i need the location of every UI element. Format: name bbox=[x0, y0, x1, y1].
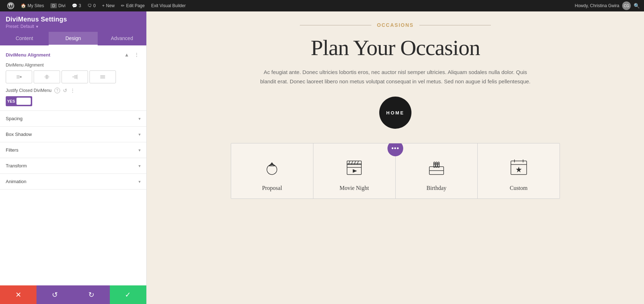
alignment-section-header: DiviMenu Alignment ▲ ⋮ bbox=[6, 51, 141, 58]
spacing-section: Spacing ▾ bbox=[0, 111, 146, 127]
justify-reset-icon[interactable]: ↺ bbox=[63, 88, 67, 93]
exit-visual-builder-item[interactable]: Exit Visual Builder bbox=[148, 0, 189, 11]
toggle-switch-row: YES bbox=[6, 96, 141, 106]
panel-bottom: ✕ ↺ ↻ ✓ bbox=[0, 285, 146, 304]
svg-marker-44 bbox=[516, 167, 522, 172]
birthday-label: Birthday bbox=[426, 185, 447, 191]
toggle-yes-label: YES bbox=[7, 99, 15, 103]
canvas-content: OCCASIONS Plan Your Occasion Ac feugiat … bbox=[147, 11, 644, 304]
justify-more-icon[interactable]: ⋮ bbox=[70, 88, 75, 93]
occasions-header: OCCASIONS bbox=[300, 22, 491, 28]
comments-item[interactable]: 💬 3 bbox=[69, 0, 84, 11]
animation-section: Animation ▾ bbox=[0, 174, 146, 190]
main-area: DiviMenus Settings Preset: Default ▼ Con… bbox=[0, 11, 644, 304]
alignment-group: DiviMenu Alignment bbox=[6, 63, 141, 83]
svg-rect-24 bbox=[347, 164, 361, 175]
animation-title: Animation bbox=[6, 179, 26, 184]
panel-preset: Preset: Default ▼ bbox=[6, 24, 141, 29]
filters-chevron: ▾ bbox=[138, 148, 141, 153]
section-controls: ▲ ⋮ bbox=[123, 51, 141, 58]
settings-panel: DiviMenus Settings Preset: Default ▼ Con… bbox=[0, 11, 147, 304]
alignment-label: DiviMenu Alignment bbox=[6, 63, 141, 68]
cards-row: Proposal bbox=[231, 143, 560, 199]
justify-closed-label: Justify Closed DiviMenu bbox=[6, 88, 52, 93]
occasions-text: OCCASIONS bbox=[377, 22, 414, 28]
tab-advanced[interactable]: Advanced bbox=[98, 32, 146, 45]
card-custom[interactable]: Custom bbox=[478, 143, 560, 198]
justify-closed-row: Justify Closed DiviMenu ? ↺ ⋮ bbox=[6, 88, 141, 93]
tab-content[interactable]: Content bbox=[0, 32, 49, 45]
movie-night-icon bbox=[342, 154, 367, 179]
panel-title: DiviMenus Settings bbox=[6, 16, 141, 23]
transform-title: Transform bbox=[6, 163, 27, 168]
tab-design[interactable]: Design bbox=[49, 32, 97, 45]
panel-header: DiviMenus Settings Preset: Default ▼ bbox=[0, 11, 146, 32]
preset-chevron: ▼ bbox=[35, 25, 39, 29]
my-sites-item[interactable]: 🏠 My Sites bbox=[18, 0, 47, 11]
section-collapse-icon[interactable]: ▲ bbox=[123, 51, 131, 58]
undo-button[interactable]: ↺ bbox=[36, 285, 73, 304]
box-shadow-chevron: ▾ bbox=[138, 132, 141, 137]
animation-chevron: ▾ bbox=[138, 179, 141, 184]
box-shadow-header[interactable]: Box Shadow ▾ bbox=[0, 127, 146, 142]
new-item[interactable]: + New bbox=[99, 0, 117, 11]
wp-logo-item[interactable] bbox=[4, 0, 17, 11]
alignment-options bbox=[6, 70, 141, 83]
section-more-icon[interactable]: ⋮ bbox=[133, 51, 141, 58]
card-movie-night[interactable]: Movie Night bbox=[313, 143, 396, 198]
home-circle[interactable]: HOME bbox=[379, 97, 411, 129]
transform-header[interactable]: Transform ▾ bbox=[0, 158, 146, 173]
search-icon[interactable]: 🔍 bbox=[634, 3, 640, 9]
svg-marker-31 bbox=[353, 169, 357, 173]
edit-icon: ✏ bbox=[121, 3, 125, 8]
spacing-chevron: ▾ bbox=[138, 116, 141, 121]
bar-items: 🏠 My Sites D Divi 💬 3 🗨 0 + New ✏ Edit P… bbox=[4, 0, 574, 11]
yes-toggle[interactable]: YES bbox=[6, 96, 32, 106]
movie-night-label: Movie Night bbox=[340, 185, 369, 191]
occasions-line-right bbox=[419, 25, 491, 25]
card-proposal[interactable]: Proposal bbox=[231, 143, 313, 198]
alignment-section-title: DiviMenu Alignment bbox=[6, 52, 50, 58]
bar-right: Howdy, Christina Gwira CG 🔍 bbox=[575, 1, 640, 10]
comment-bubble-icon: 🗨 bbox=[88, 3, 92, 8]
custom-label: Custom bbox=[510, 185, 528, 191]
box-shadow-section: Box Shadow ▾ bbox=[0, 127, 146, 142]
canvas-area: OCCASIONS Plan Your Occasion Ac feugiat … bbox=[147, 11, 644, 304]
comments-icon: 💬 bbox=[72, 3, 77, 8]
float-menu-dots: ••• bbox=[391, 145, 399, 152]
transform-chevron: ▾ bbox=[138, 163, 141, 168]
divi-icon: D bbox=[50, 3, 57, 8]
preset-label[interactable]: Preset: Default bbox=[6, 24, 34, 29]
occasions-line-left bbox=[300, 25, 371, 25]
panel-body: DiviMenu Alignment ▲ ⋮ DiviMenu Alignmen… bbox=[0, 45, 146, 285]
divi-item[interactable]: D Divi bbox=[48, 0, 68, 11]
plan-title: Plan Your Occasion bbox=[311, 35, 480, 60]
align-center-btn[interactable] bbox=[34, 70, 60, 83]
align-left-center-btn[interactable] bbox=[6, 70, 32, 83]
plus-icon: + bbox=[102, 3, 104, 8]
align-justify-btn[interactable] bbox=[89, 70, 116, 83]
transform-section: Transform ▾ bbox=[0, 158, 146, 174]
box-shadow-title: Box Shadow bbox=[6, 132, 32, 137]
cancel-button[interactable]: ✕ bbox=[0, 285, 36, 304]
filters-section: Filters ▾ bbox=[0, 142, 146, 158]
panel-tabs: Content Design Advanced bbox=[0, 32, 146, 45]
comments-count-item[interactable]: 🗨 0 bbox=[85, 0, 99, 11]
home-icon: 🏠 bbox=[21, 3, 26, 8]
toggle-thumb bbox=[16, 98, 31, 105]
redo-button[interactable]: ↻ bbox=[73, 285, 110, 304]
filters-header[interactable]: Filters ▾ bbox=[0, 142, 146, 158]
animation-header[interactable]: Animation ▾ bbox=[0, 174, 146, 189]
justify-help-icon[interactable]: ? bbox=[54, 88, 60, 93]
plan-description: Ac feugiat ante. Donec ultricies loborti… bbox=[259, 68, 531, 86]
card-birthday[interactable]: Birthday bbox=[396, 143, 478, 198]
spacing-header[interactable]: Spacing ▾ bbox=[0, 111, 146, 126]
custom-icon bbox=[506, 154, 531, 179]
edit-page-item[interactable]: ✏ Edit Page bbox=[118, 0, 147, 11]
save-button[interactable]: ✓ bbox=[110, 285, 146, 304]
alignment-section: DiviMenu Alignment ▲ ⋮ DiviMenu Alignmen… bbox=[0, 45, 146, 111]
align-right-btn[interactable] bbox=[62, 70, 88, 83]
filters-title: Filters bbox=[6, 147, 18, 153]
user-avatar: CG bbox=[622, 1, 631, 10]
svg-point-4 bbox=[20, 76, 22, 78]
